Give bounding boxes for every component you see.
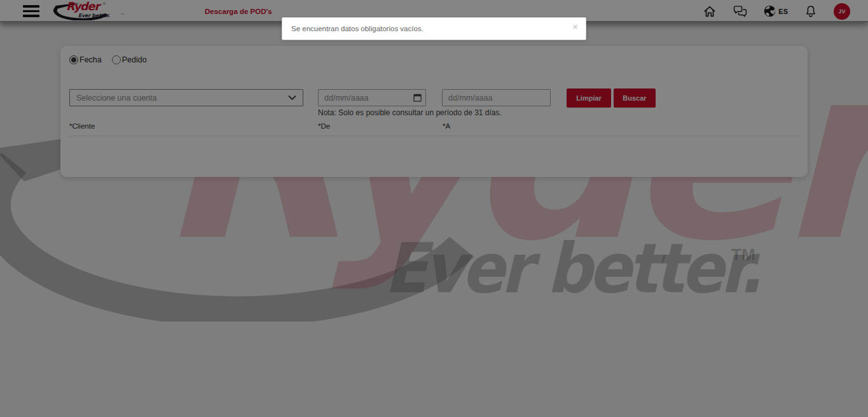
- modal-dim-overlay: [0, 0, 868, 417]
- toast-close-icon[interactable]: ×: [571, 20, 579, 32]
- toast-message: Se encuentran datos obligatorios vacíos.: [282, 25, 424, 32]
- validation-toast: Se encuentran datos obligatorios vacíos.…: [282, 17, 586, 40]
